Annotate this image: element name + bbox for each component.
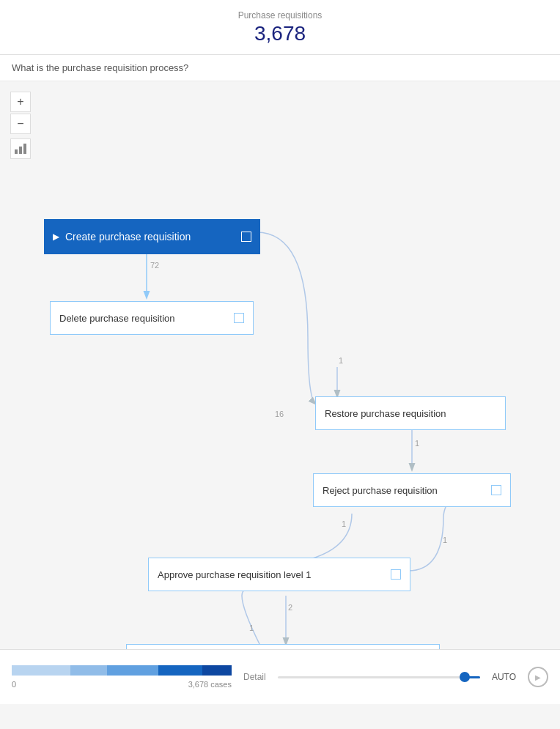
edge-label-approve-revoke: 2 bbox=[288, 603, 292, 612]
subtitle-bar: What is the purchase requisition process… bbox=[0, 55, 560, 81]
edge-label-restore-reject: 1 bbox=[415, 439, 419, 448]
edge-label-16: 16 bbox=[275, 410, 284, 418]
approve-checkbox[interactable] bbox=[391, 569, 401, 580]
cases-bar bbox=[12, 665, 232, 676]
edge-label-72: 72 bbox=[150, 261, 159, 270]
create-checkbox[interactable] bbox=[241, 232, 251, 242]
reject-node-label: Reject purchase requisition bbox=[323, 485, 438, 496]
auto-label: AUTO bbox=[492, 672, 516, 682]
svg-rect-1 bbox=[19, 147, 22, 154]
subtitle-text: What is the purchase requisition process… bbox=[12, 62, 188, 73]
zoom-in-button[interactable]: + bbox=[10, 92, 31, 112]
detail-label: Detail bbox=[243, 672, 266, 682]
chart-button[interactable] bbox=[10, 138, 31, 159]
cases-min: 0 bbox=[12, 680, 16, 689]
canvas: + − bbox=[0, 81, 560, 704]
reject-checkbox[interactable] bbox=[491, 485, 501, 495]
play-icon: ▶ bbox=[53, 232, 59, 242]
delete-node[interactable]: Delete purchase requisition bbox=[50, 301, 254, 335]
edge-label-reject-approve: 1 bbox=[342, 519, 346, 528]
zoom-controls: + − bbox=[10, 92, 31, 159]
header-count: 3,678 bbox=[0, 22, 560, 45]
arrows-svg bbox=[0, 81, 560, 704]
svg-rect-0 bbox=[15, 149, 18, 154]
header-subtitle: Purchase requisitions bbox=[0, 10, 560, 21]
cases-max: 3,678 cases bbox=[188, 680, 232, 689]
header: Purchase requisitions 3,678 bbox=[0, 0, 560, 55]
zoom-out-button[interactable]: − bbox=[10, 114, 31, 134]
svg-rect-2 bbox=[23, 144, 26, 154]
approve-node[interactable]: Approve purchase requisition level 1 bbox=[148, 558, 410, 591]
edge-label-approve-reject: 1 bbox=[443, 536, 447, 544]
create-node[interactable]: ▶ Create purchase requisition bbox=[44, 219, 260, 254]
approve-node-label: Approve purchase requisition level 1 bbox=[158, 569, 312, 580]
create-node-label: Create purchase requisition bbox=[65, 231, 191, 243]
edge-label-restore-top: 1 bbox=[339, 356, 343, 365]
reject-node[interactable]: Reject purchase requisition bbox=[313, 473, 511, 507]
restore-node[interactable]: Restore purchase requisition bbox=[315, 396, 506, 430]
delete-checkbox[interactable] bbox=[234, 313, 244, 323]
play-button[interactable]: ▶ bbox=[528, 667, 548, 687]
detail-slider[interactable] bbox=[278, 676, 480, 678]
restore-node-label: Restore purchase requisition bbox=[325, 408, 446, 419]
delete-node-label: Delete purchase requisition bbox=[59, 313, 175, 324]
bottom-bar: 0 3,678 cases Detail AUTO ▶ bbox=[0, 649, 560, 704]
edge-label-revoke-approve: 1 bbox=[249, 623, 254, 632]
